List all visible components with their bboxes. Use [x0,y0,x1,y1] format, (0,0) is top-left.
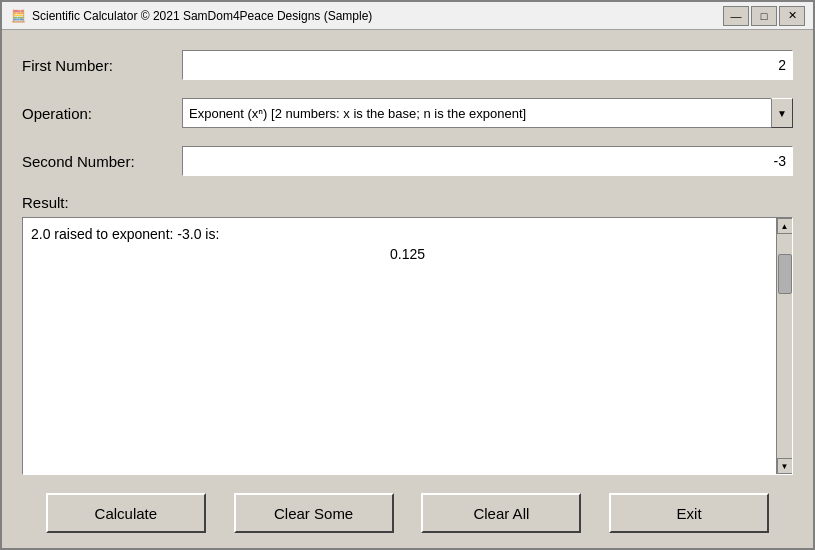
result-box: 2.0 raised to exponent: -3.0 is: 0.125 ▲… [22,217,793,475]
operation-select[interactable]: Exponent (xⁿ) [2 numbers: x is the base;… [182,98,793,128]
main-window: 🧮 Scientific Calculator © 2021 SamDom4Pe… [0,0,815,550]
scrollbar-down-button[interactable]: ▼ [777,458,793,474]
first-number-label: First Number: [22,57,182,74]
content-area: First Number: Operation: Exponent (xⁿ) [… [2,30,813,548]
close-button[interactable]: ✕ [779,6,805,26]
second-number-row: Second Number: [22,146,793,176]
maximize-button[interactable]: □ [751,6,777,26]
first-number-input[interactable] [182,50,793,80]
buttons-row: Calculate Clear Some Clear All Exit [22,493,793,533]
window-title: Scientific Calculator © 2021 SamDom4Peac… [32,9,723,23]
scrollbar-thumb[interactable] [778,254,792,294]
scrollbar-up-button[interactable]: ▲ [777,218,793,234]
app-icon: 🧮 [10,8,26,24]
result-line2: 0.125 [31,246,784,262]
clear-all-button[interactable]: Clear All [421,493,581,533]
clear-some-button[interactable]: Clear Some [234,493,394,533]
title-bar: 🧮 Scientific Calculator © 2021 SamDom4Pe… [2,2,813,30]
result-content: 2.0 raised to exponent: -3.0 is: 0.125 [31,226,784,262]
window-controls: — □ ✕ [723,6,805,26]
second-number-input[interactable] [182,146,793,176]
result-label: Result: [22,194,793,211]
first-number-row: First Number: [22,50,793,80]
calculate-button[interactable]: Calculate [46,493,206,533]
operation-label: Operation: [22,105,182,122]
operation-select-wrapper: Exponent (xⁿ) [2 numbers: x is the base;… [182,98,793,128]
result-line1: 2.0 raised to exponent: -3.0 is: [31,226,784,242]
minimize-button[interactable]: — [723,6,749,26]
exit-button[interactable]: Exit [609,493,769,533]
operation-row: Operation: Exponent (xⁿ) [2 numbers: x i… [22,98,793,128]
second-number-label: Second Number: [22,153,182,170]
result-scrollbar[interactable]: ▲ ▼ [776,218,792,474]
